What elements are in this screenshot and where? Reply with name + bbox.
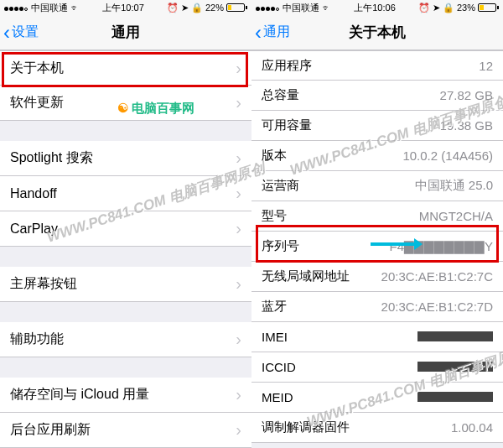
battery-icon: [478, 3, 499, 12]
clock: 上午10:07: [102, 2, 144, 14]
lock-icon: 🔒: [443, 3, 454, 13]
row-value: [417, 330, 493, 344]
lock-icon: 🔒: [191, 3, 203, 13]
row-label: 序列号: [262, 238, 299, 254]
row-value: [417, 360, 493, 374]
row-label: ICCID: [262, 360, 296, 374]
row-label: 型号: [262, 208, 287, 224]
row-label: 可用容量: [262, 117, 312, 133]
settings-list: 关于本机›软件更新›Spotlight 搜索›Handoff›CarPlay›主…: [0, 50, 252, 448]
row-label: 储存空间与 iCloud 用量: [10, 386, 149, 404]
row-label: 调制解调器固件: [262, 419, 350, 435]
row-value: MNGT2CH/A: [419, 209, 493, 223]
page-title: 通用: [0, 23, 252, 42]
row-value: 12: [479, 59, 493, 73]
about-row[interactable]: IMEI: [252, 322, 503, 352]
row-value: 19.38 GB: [440, 118, 493, 133]
row-label: 运营商: [262, 178, 299, 194]
chevron-right-icon: ›: [236, 59, 241, 78]
chevron-right-icon: ›: [236, 219, 241, 238]
about-row[interactable]: 型号MNGT2CH/A: [252, 201, 503, 232]
wifi-icon: ᯤ: [322, 3, 331, 13]
row-value: [417, 390, 493, 404]
row-value: 10.0.2 (14A456): [402, 148, 493, 163]
row-value: 20:3C:AE:B1:C2:7C: [381, 269, 493, 284]
row-label: 总容量: [262, 87, 299, 103]
status-bar: 中国联通 ᯤ 上午10:07 ⏰ ➤ 🔒 22%: [0, 0, 252, 15]
about-row[interactable]: 可用容量19.38 GB: [252, 111, 503, 141]
phone-left: 中国联通 ᯤ 上午10:07 ⏰ ➤ 🔒 22% ‹设置 通用 关于本机›软件更…: [0, 0, 252, 448]
about-row[interactable]: 调制解调器固件1.00.04: [252, 413, 503, 443]
chevron-right-icon: ›: [236, 148, 241, 168]
settings-row[interactable]: Spotlight 搜索›: [0, 141, 252, 176]
about-row[interactable]: 运营商中国联通 25.0: [252, 171, 503, 201]
row-label: 后台应用刷新: [10, 421, 91, 439]
row-label: 版本: [262, 148, 287, 164]
row-label: IMEI: [262, 330, 288, 344]
battery-pct: 22%: [205, 3, 224, 13]
chevron-right-icon: ›: [236, 385, 241, 404]
row-label: 应用程序: [262, 58, 312, 74]
alarm-icon: ⏰: [167, 3, 179, 13]
row-label: 软件更新: [10, 94, 64, 112]
location-icon: ➤: [181, 3, 189, 13]
chevron-right-icon: ›: [236, 93, 241, 112]
row-label: 主屏幕按钮: [10, 275, 77, 293]
carrier-label: 中国联通: [283, 2, 319, 14]
about-row[interactable]: 总容量27.82 GB: [252, 81, 503, 111]
battery-pct: 23%: [457, 3, 475, 13]
about-row[interactable]: 序列号F4▇▇▇▇▇▇▇▇Y: [252, 232, 503, 262]
settings-row[interactable]: Handoff›: [0, 176, 252, 211]
row-label: 辅助功能: [10, 331, 64, 348]
signal-dots-icon: [4, 3, 29, 13]
chevron-right-icon: ›: [236, 184, 241, 203]
wifi-icon: ᯤ: [70, 3, 80, 13]
about-row[interactable]: MEID: [252, 383, 503, 413]
phone-right: 中国联通 ᯤ 上午10:06 ⏰ ➤ 🔒 23% ‹通用 关于本机 应用程序12…: [252, 0, 503, 448]
nav-bar: ‹设置 通用: [0, 15, 252, 50]
row-value: 20:3C:AE:B1:C2:7D: [381, 300, 493, 314]
about-row[interactable]: 应用程序12: [252, 50, 503, 81]
about-list: 应用程序12总容量27.82 GB可用容量19.38 GB版本10.0.2 (1…: [252, 50, 503, 448]
settings-row[interactable]: 后台应用刷新›: [0, 413, 252, 448]
row-label: 无线局域网地址: [262, 268, 350, 284]
about-row[interactable]: 无线局域网地址20:3C:AE:B1:C2:7C: [252, 262, 503, 292]
about-row[interactable]: ICCID: [252, 352, 503, 383]
chevron-right-icon: ›: [236, 330, 241, 349]
row-label: Spotlight 搜索: [10, 149, 93, 167]
status-bar: 中国联通 ᯤ 上午10:06 ⏰ ➤ 🔒 23%: [252, 0, 503, 15]
settings-row[interactable]: 储存空间与 iCloud 用量›: [0, 378, 252, 413]
page-title: 关于本机: [252, 23, 503, 42]
settings-row[interactable]: 主屏幕按钮›: [0, 267, 252, 302]
signal-dots-icon: [256, 3, 280, 13]
chevron-right-icon: ›: [236, 274, 241, 294]
location-icon: ➤: [433, 3, 440, 13]
carrier-label: 中国联通: [31, 2, 68, 14]
settings-row[interactable]: CarPlay›: [0, 211, 252, 247]
chevron-right-icon: ›: [236, 420, 241, 440]
alarm-icon: ⏰: [418, 3, 430, 13]
row-label: MEID: [262, 390, 293, 404]
settings-row[interactable]: 辅助功能›: [0, 322, 252, 357]
row-value: 1.00.04: [451, 420, 493, 435]
row-value: 中国联通 25.0: [415, 178, 493, 194]
about-row[interactable]: 蓝牙20:3C:AE:B1:C2:7D: [252, 292, 503, 322]
settings-row[interactable]: 关于本机›: [0, 50, 252, 86]
row-label: 蓝牙: [262, 299, 287, 315]
row-label: CarPlay: [10, 221, 58, 237]
row-value: 27.82 GB: [440, 88, 493, 102]
row-label: 关于本机: [10, 60, 64, 77]
about-row[interactable]: 版本10.0.2 (14A456): [252, 141, 503, 171]
row-label: Handoff: [10, 186, 57, 201]
nav-bar: ‹通用 关于本机: [252, 15, 503, 50]
row-value: F4▇▇▇▇▇▇▇▇Y: [389, 239, 493, 254]
settings-row[interactable]: 软件更新›: [0, 86, 252, 121]
clock: 上午10:06: [354, 2, 396, 14]
battery-icon: [226, 3, 247, 12]
